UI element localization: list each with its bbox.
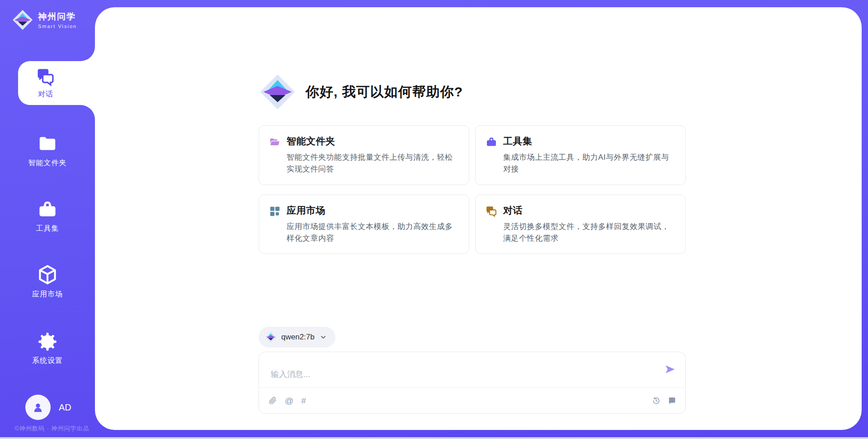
avatar xyxy=(25,395,51,420)
greeting: 你好, 我可以如何帮助你? xyxy=(259,73,686,111)
cube-icon xyxy=(37,264,58,286)
user-account[interactable]: AD xyxy=(25,395,71,420)
gear-icon xyxy=(37,331,58,352)
message-composer: @ # xyxy=(259,352,686,414)
sidebar-item-label: 工具集 xyxy=(36,224,59,234)
card-title: 智能文件夹 xyxy=(287,135,459,148)
greeting-title: 你好, 我可以如何帮助你? xyxy=(306,83,463,101)
brand-title: 神州问学 xyxy=(38,11,77,23)
chat-bubbles-icon xyxy=(36,67,55,86)
app-grid-icon xyxy=(269,205,281,217)
model-name: qwen2:7b xyxy=(281,333,315,342)
card-app-market[interactable]: 应用市场 应用市场提供丰富长文本模板，助力高效生成多样化文章内容 xyxy=(259,195,469,254)
card-description: 灵活切换多模型文件，支持多样回复效果调试，满足个性化需求 xyxy=(503,221,675,245)
chat-bubbles-icon xyxy=(486,205,497,217)
send-icon[interactable] xyxy=(664,363,676,376)
user-initials: AD xyxy=(59,402,71,413)
sidebar-item-app-market[interactable]: 应用市场 xyxy=(0,264,95,299)
card-description: 应用市场提供丰富长文本模板，助力高效生成多样化文章内容 xyxy=(287,221,459,245)
attachment-icon[interactable] xyxy=(268,396,277,405)
sidebar-item-settings[interactable]: 系统设置 xyxy=(0,331,95,366)
tab-curve-top xyxy=(80,47,95,61)
brand: 神州问学 Smart Vision xyxy=(12,9,77,31)
folder-open-icon xyxy=(269,136,281,148)
sidebar-item-chat[interactable]: 对话 xyxy=(18,61,95,105)
mention-icon[interactable]: @ xyxy=(285,396,293,405)
greeting-logo-diamond-icon xyxy=(259,73,297,111)
card-title: 工具集 xyxy=(503,135,675,148)
main-panel: 你好, 我可以如何帮助你? 智能文件夹 智能文件夹功能支持批量文件上传与清洗，轻… xyxy=(95,7,862,430)
card-title: 对话 xyxy=(503,204,675,217)
card-toolset[interactable]: 工具集 集成市场上主流工具，助力AI与外界无缝扩展与对接 xyxy=(475,125,686,185)
sidebar-item-label: 对话 xyxy=(38,90,53,99)
sidebar: 神州问学 Smart Vision 对话 智能文件夹 工具集 应用市场 系统设置… xyxy=(0,0,95,439)
tab-curve-bottom xyxy=(80,105,95,119)
sidebar-item-label: 应用市场 xyxy=(32,290,63,299)
sidebar-item-smart-folder[interactable]: 智能文件夹 xyxy=(0,134,95,168)
briefcase-icon xyxy=(486,136,497,148)
sidebar-item-toolset[interactable]: 工具集 xyxy=(0,199,95,234)
brand-subtitle: Smart Vision xyxy=(38,24,77,29)
bottom-edge-strip xyxy=(0,437,868,439)
folder-icon xyxy=(37,134,58,154)
briefcase-icon xyxy=(37,199,58,220)
card-description: 智能文件夹功能支持批量文件上传与清洗，轻松实现文件问答 xyxy=(287,152,459,176)
sidebar-item-label: 智能文件夹 xyxy=(28,158,67,168)
hashtag-icon[interactable]: # xyxy=(301,396,306,405)
sidebar-item-label: 系统设置 xyxy=(32,356,63,366)
card-description: 集成市场上主流工具，助力AI与外界无缝扩展与对接 xyxy=(503,152,675,176)
card-chat[interactable]: 对话 灵活切换多模型文件，支持多样回复效果调试，满足个性化需求 xyxy=(475,195,686,254)
chat-bubble-icon[interactable] xyxy=(668,396,676,405)
feature-cards: 智能文件夹 智能文件夹功能支持批量文件上传与清洗，轻松实现文件问答 工具集 集成… xyxy=(259,125,686,254)
copyright-text: ©神州数码 · 神州问学出品 xyxy=(0,425,104,433)
history-icon[interactable] xyxy=(652,396,660,405)
card-smart-folder[interactable]: 智能文件夹 智能文件夹功能支持批量文件上传与清洗，轻松实现文件问答 xyxy=(259,125,469,185)
message-input[interactable] xyxy=(259,352,685,387)
chevron-down-icon xyxy=(319,333,327,341)
brand-logo-diamond-icon xyxy=(12,9,33,31)
model-logo-diamond-icon xyxy=(265,331,277,343)
person-icon xyxy=(31,401,45,414)
card-title: 应用市场 xyxy=(287,204,459,217)
model-selector[interactable]: qwen2:7b xyxy=(259,327,335,348)
